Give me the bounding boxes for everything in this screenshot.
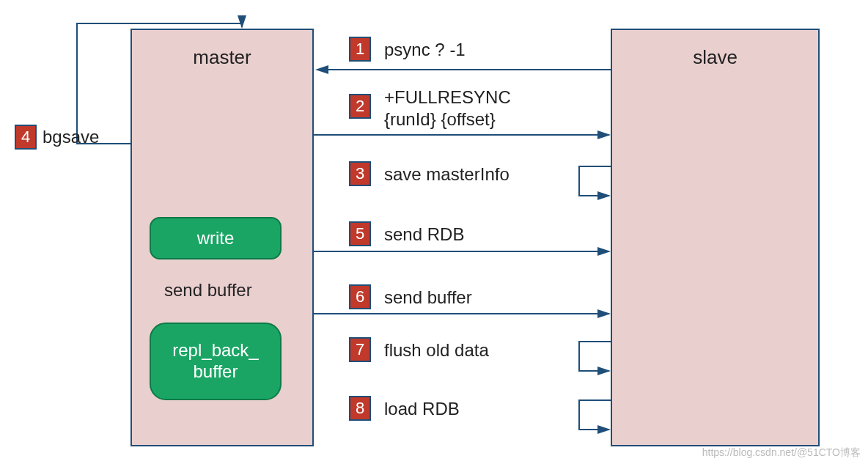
step-5-number: 5: [349, 221, 371, 246]
step-3-label: save masterInfo: [384, 163, 510, 185]
repl-back-buffer-label: repl_back_ buffer: [172, 340, 258, 383]
slave-title: slave: [612, 46, 818, 69]
step-5-label: send RDB: [384, 224, 464, 246]
step-7-label: flush old data: [384, 339, 489, 361]
step-6-number: 6: [349, 284, 371, 309]
step-7-number: 7: [349, 337, 371, 362]
step-4-label: bgsave: [43, 126, 99, 148]
step-8-label: load RDB: [384, 398, 460, 420]
step-8-number: 8: [349, 396, 371, 421]
repl-back-buffer-box: repl_back_ buffer: [150, 323, 282, 400]
step-2-label: +FULLRESYNC {runId} {offset}: [384, 86, 511, 130]
step-4-number: 4: [15, 125, 37, 150]
step-6-label: send buffer: [384, 287, 472, 309]
write-box-label: write: [197, 228, 235, 249]
master-title: master: [132, 46, 312, 69]
inner-send-buffer-label: send buffer: [164, 280, 252, 301]
step-2-number: 2: [349, 94, 371, 119]
slave-node: slave: [611, 29, 820, 446]
step-3-number: 3: [349, 161, 371, 186]
diagram-canvas: master slave write repl_back_ buffer sen…: [0, 0, 868, 464]
step-1-label: psync ? -1: [384, 39, 466, 61]
write-box: write: [150, 217, 282, 259]
step-1-number: 1: [349, 37, 371, 62]
watermark-text: https://blog.csdn.net/@51CTO博客: [702, 446, 861, 460]
